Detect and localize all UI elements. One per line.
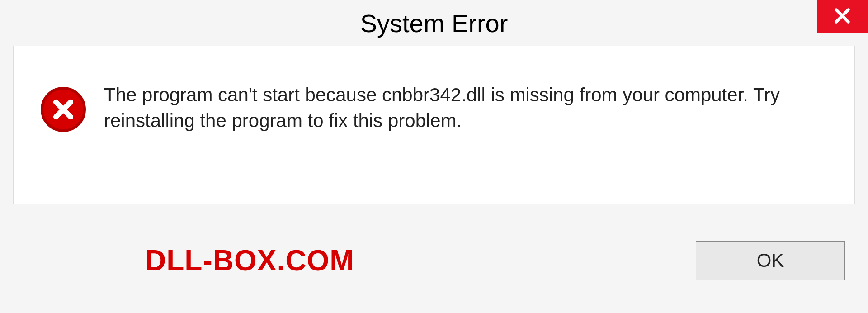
close-icon [833,7,851,27]
ok-button[interactable]: OK [696,241,845,280]
error-icon [41,87,86,132]
content-panel: The program can't start because cnbbr342… [13,46,855,204]
close-button[interactable] [817,0,868,33]
watermark-text: DLL-BOX.COM [145,244,354,277]
dialog-title: System Error [360,9,508,38]
error-dialog: System Error The program can't start bec… [0,0,868,313]
footer-bar: DLL-BOX.COM OK [0,222,868,313]
error-message: The program can't start because cnbbr342… [104,82,827,133]
title-bar: System Error [0,0,868,46]
